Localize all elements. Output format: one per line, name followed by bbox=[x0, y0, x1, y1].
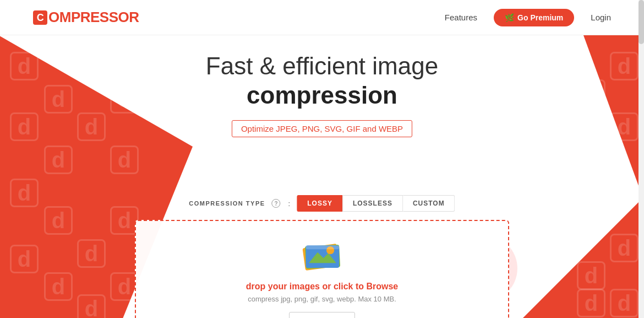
compression-lossy-button[interactable]: LOSSY bbox=[297, 195, 342, 212]
bg-icon-r10: d bbox=[544, 234, 572, 262]
hero-section: Fast & efficient image compression Optim… bbox=[129, 52, 515, 137]
drop-primary-text: drop your images or click to Browse bbox=[158, 282, 486, 292]
dropzone-wrapper: drop your images or click to Browse comp… bbox=[135, 220, 509, 318]
headline: Fast & efficient image compression bbox=[129, 52, 515, 110]
right-triangle-bottom-decoration bbox=[523, 197, 644, 318]
dropzone-image-icon bbox=[300, 238, 344, 273]
main-area: d d d d d d d d d d d d d d d d d d d d … bbox=[0, 35, 644, 318]
dropzone[interactable]: drop your images or click to Browse comp… bbox=[135, 220, 509, 318]
login-link[interactable]: Login bbox=[591, 13, 611, 22]
bg-icon-r3: d bbox=[544, 52, 572, 80]
logo-c-box: C bbox=[33, 10, 47, 25]
drop-sub-text: compress jpg, png, gif, svg, webp. Max 1… bbox=[158, 295, 486, 303]
bg-icon-3: d bbox=[77, 52, 106, 80]
compression-help-icon[interactable]: ? bbox=[272, 199, 281, 208]
select-files-button[interactable]: ⊞ Select files bbox=[289, 312, 355, 318]
premium-label: Go Premium bbox=[517, 13, 563, 22]
compression-type-label: COMPRESSION TYPE bbox=[189, 200, 265, 207]
compression-type-bar: COMPRESSION TYPE ? : LOSSY LOSSLESS CUST… bbox=[189, 195, 455, 212]
premium-icon: 🌿 bbox=[505, 13, 514, 22]
svg-rect-5 bbox=[306, 245, 339, 249]
logo-text: OMPRESSOR bbox=[48, 9, 139, 26]
bg-icon-r5: d bbox=[577, 140, 605, 169]
compression-custom-button[interactable]: CUSTOM bbox=[403, 195, 455, 212]
nav-links: Features 🌿 Go Premium Login bbox=[445, 9, 611, 26]
subtitle-badge: Optimize JPEG, PNG, SVG, GIF and WEBP bbox=[232, 120, 412, 137]
bg-icon-r7: d bbox=[511, 79, 539, 108]
right-triangle-top-decoration bbox=[523, 35, 644, 201]
headline-line2: compression bbox=[247, 82, 397, 109]
scrollbar[interactable] bbox=[638, 0, 644, 318]
premium-button[interactable]: 🌿 Go Premium bbox=[494, 9, 574, 26]
logo[interactable]: C OMPRESSOR bbox=[33, 9, 139, 26]
features-link[interactable]: Features bbox=[445, 13, 477, 22]
compression-lossless-button[interactable]: LOSSLESS bbox=[342, 195, 403, 212]
compression-colon: : bbox=[288, 200, 291, 208]
headline-line1: Fast & efficient image bbox=[206, 52, 438, 79]
bg-icon-r6: d bbox=[544, 112, 572, 141]
navbar: C OMPRESSOR Features 🌿 Go Premium Login bbox=[0, 0, 644, 35]
scrollbar-thumb[interactable] bbox=[638, 0, 644, 44]
